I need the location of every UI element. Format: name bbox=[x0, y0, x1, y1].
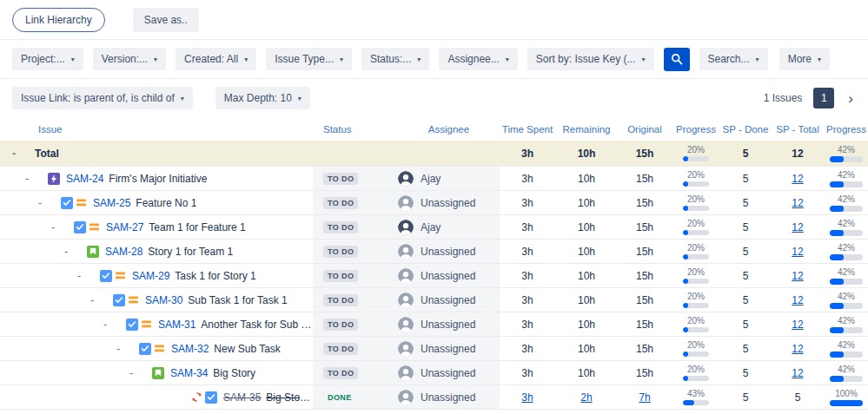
collapse-toggle[interactable]: - bbox=[103, 318, 117, 331]
sp-done-value: 5 bbox=[743, 319, 749, 331]
issue-link-filter[interactable]: Issue Link: is parent of, is child of ▾ bbox=[12, 87, 193, 109]
col-header-original[interactable]: Original bbox=[627, 124, 662, 135]
sp-progress-label: 42% bbox=[838, 219, 855, 228]
sp-progress: 42% bbox=[830, 365, 863, 382]
status-filter-label: Status:... bbox=[370, 53, 411, 65]
tree-indent bbox=[12, 227, 51, 227]
issue-key-link[interactable]: SAM-31 bbox=[158, 319, 195, 331]
sp-progress: 42% bbox=[830, 194, 863, 212]
collapse-toggle[interactable]: - bbox=[77, 269, 91, 282]
issue-row: - SAM-35 Big Story Task DONE Unassigned … bbox=[0, 385, 868, 410]
tree-indent bbox=[12, 348, 116, 349]
time-spent-value: 3h bbox=[521, 197, 533, 209]
save-as-button[interactable]: Save as.. bbox=[133, 8, 199, 32]
col-header-time-spent[interactable]: Time Spent bbox=[502, 124, 553, 135]
total-time-progress: 20% bbox=[683, 145, 709, 161]
page-1-button[interactable]: 1 bbox=[813, 88, 834, 108]
search-icon bbox=[671, 53, 683, 65]
progress-bar bbox=[683, 352, 709, 357]
tree-indent bbox=[12, 372, 129, 373]
progress-bar bbox=[830, 230, 863, 236]
chevron-down-icon: ▾ bbox=[298, 95, 301, 102]
original-value: 15h bbox=[636, 197, 653, 209]
issue-summary: Feature No 1 bbox=[136, 197, 196, 209]
sp-progress: 42% bbox=[830, 219, 863, 236]
project-filter-label: Project:... bbox=[21, 53, 65, 65]
time-spent-value: 3h bbox=[521, 319, 533, 331]
issue-key-link[interactable]: SAM-28 bbox=[105, 246, 142, 258]
col-header-time-progress[interactable]: Progress bbox=[676, 124, 716, 135]
collapse-toggle[interactable]: - bbox=[129, 366, 143, 379]
task-icon bbox=[205, 391, 217, 404]
original-value: 15h bbox=[636, 294, 653, 306]
issue-key-link[interactable]: SAM-32 bbox=[171, 343, 209, 355]
more-menu[interactable]: More ▾ bbox=[779, 48, 830, 70]
progress-bar bbox=[683, 156, 709, 161]
collapse-toggle[interactable]: - bbox=[90, 293, 104, 306]
issue-key-link[interactable]: SAM-29 bbox=[132, 270, 169, 282]
link-settings-bar: Issue Link: is parent of, is child of ▾ … bbox=[0, 79, 868, 117]
link-hierarchy-button[interactable]: Link Hierarchy bbox=[12, 8, 105, 32]
sp-total-value: 5 bbox=[795, 391, 801, 404]
issue-summary: Team 1 for Feature 1 bbox=[149, 221, 245, 233]
issue-key-link[interactable]: SAM-24 bbox=[66, 173, 103, 185]
next-page-icon[interactable]: › bbox=[845, 91, 856, 106]
issue-row: - SAM-27 Team 1 for Feature 1 TO DO Ajay… bbox=[0, 215, 868, 240]
col-header-sp-progress[interactable]: Progress bbox=[826, 124, 866, 135]
time-progress-label: 20% bbox=[687, 170, 705, 180]
col-header-status[interactable]: Status bbox=[323, 124, 352, 135]
time-progress: 20% bbox=[683, 292, 709, 308]
status-filter[interactable]: Status:... ▾ bbox=[361, 48, 429, 70]
remaining-value: 10h bbox=[578, 294, 595, 306]
max-depth-filter[interactable]: Max Depth: 10 ▾ bbox=[215, 87, 310, 109]
issue-type-filter[interactable]: Issue Type... ▾ bbox=[266, 48, 352, 70]
col-header-remaining[interactable]: Remaining bbox=[563, 124, 611, 135]
collapse-toggle[interactable]: - bbox=[25, 172, 39, 185]
total-sp-progress: 42% bbox=[830, 145, 863, 162]
project-filter[interactable]: Project:... ▾ bbox=[12, 48, 83, 70]
col-header-assignee[interactable]: Assignee bbox=[428, 124, 469, 135]
time-progress: 20% bbox=[683, 194, 709, 211]
sp-progress-label: 42% bbox=[838, 316, 855, 325]
issue-key-link[interactable]: SAM-35 bbox=[223, 391, 261, 404]
issue-key-link[interactable]: SAM-27 bbox=[106, 221, 143, 233]
original-value: 15h bbox=[636, 367, 653, 379]
issue-key-link[interactable]: SAM-34 bbox=[170, 367, 208, 379]
sp-done-value: 5 bbox=[743, 246, 749, 258]
progress-bar bbox=[683, 254, 709, 260]
col-header-issue[interactable]: Issue bbox=[38, 124, 63, 135]
progress-bar bbox=[683, 181, 709, 187]
sp-progress-label: 100% bbox=[835, 389, 858, 398]
status-badge: TO DO bbox=[323, 367, 358, 379]
chevron-down-icon: ▾ bbox=[181, 95, 184, 102]
issue-link-filter-label: Issue Link: is parent of, is child of bbox=[21, 92, 175, 104]
search-button[interactable] bbox=[664, 48, 690, 71]
sort-by-filter[interactable]: Sort by: Issue Key (... ▾ bbox=[527, 48, 654, 70]
progress-bar bbox=[683, 303, 709, 308]
time-progress: 20% bbox=[683, 243, 709, 260]
sp-progress: 42% bbox=[830, 340, 863, 358]
collapse-toggle[interactable]: - bbox=[12, 147, 26, 160]
collapse-toggle[interactable]: - bbox=[38, 196, 52, 209]
assignee-filter[interactable]: Assignee... ▾ bbox=[439, 48, 517, 70]
original-value: 15h bbox=[636, 221, 653, 233]
progress-bar bbox=[830, 254, 863, 260]
created-filter[interactable]: Created: All ▾ bbox=[176, 48, 256, 70]
collapse-toggle[interactable]: - bbox=[116, 342, 130, 355]
sp-progress: 42% bbox=[830, 292, 863, 309]
sort-by-filter-label: Sort by: Issue Key (... bbox=[536, 53, 636, 65]
time-progress-label: 20% bbox=[687, 292, 705, 301]
version-filter[interactable]: Version:... ▾ bbox=[93, 48, 166, 70]
assignee-name: Unassigned bbox=[421, 294, 475, 306]
issue-key-link[interactable]: SAM-25 bbox=[93, 197, 130, 209]
col-header-sp-done[interactable]: SP - Done bbox=[723, 124, 769, 135]
col-header-sp-total[interactable]: SP - Total bbox=[776, 124, 818, 135]
status-badge: TO DO bbox=[323, 343, 358, 355]
time-spent-value: 3h bbox=[521, 246, 533, 258]
progress-bar bbox=[683, 327, 709, 332]
issue-key-link[interactable]: SAM-30 bbox=[145, 294, 182, 306]
search-menu[interactable]: Search... ▾ bbox=[699, 48, 768, 70]
collapse-toggle[interactable]: - bbox=[64, 245, 78, 258]
remaining-value: 10h bbox=[578, 367, 595, 379]
collapse-toggle[interactable]: - bbox=[51, 220, 65, 233]
